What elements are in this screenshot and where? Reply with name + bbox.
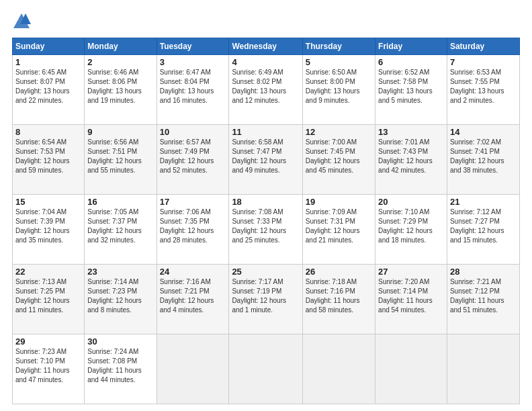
calendar-row: 15Sunrise: 7:04 AM Sunset: 7:39 PM Dayli… xyxy=(13,195,520,265)
day-info: Sunrise: 6:45 AM Sunset: 8:07 PM Dayligh… xyxy=(15,68,81,105)
header xyxy=(12,12,520,31)
calendar-cell: 9Sunrise: 6:56 AM Sunset: 7:51 PM Daylig… xyxy=(85,125,157,195)
calendar-cell: 17Sunrise: 7:06 AM Sunset: 7:35 PM Dayli… xyxy=(157,195,229,265)
calendar-cell: 11Sunrise: 6:58 AM Sunset: 7:47 PM Dayli… xyxy=(229,125,302,195)
calendar-cell: 16Sunrise: 7:05 AM Sunset: 7:37 PM Dayli… xyxy=(85,195,157,265)
day-number: 8 xyxy=(15,127,81,137)
calendar-cell: 27Sunrise: 7:20 AM Sunset: 7:14 PM Dayli… xyxy=(375,265,447,334)
calendar-cell: 15Sunrise: 7:04 AM Sunset: 7:39 PM Dayli… xyxy=(13,195,85,265)
day-number: 25 xyxy=(232,267,299,277)
calendar-cell: 13Sunrise: 7:01 AM Sunset: 7:43 PM Dayli… xyxy=(375,125,447,195)
calendar-header: SundayMondayTuesdayWednesdayThursdayFrid… xyxy=(13,38,520,55)
calendar-cell: 5Sunrise: 6:50 AM Sunset: 8:00 PM Daylig… xyxy=(302,55,375,125)
calendar-cell: 7Sunrise: 6:53 AM Sunset: 7:55 PM Daylig… xyxy=(447,55,519,125)
day-number: 24 xyxy=(160,267,226,277)
calendar-row: 1Sunrise: 6:45 AM Sunset: 8:07 PM Daylig… xyxy=(13,55,520,125)
calendar-cell: 29Sunrise: 7:23 AM Sunset: 7:10 PM Dayli… xyxy=(13,334,85,404)
calendar-cell xyxy=(157,334,229,404)
day-info: Sunrise: 7:10 AM Sunset: 7:29 PM Dayligh… xyxy=(378,208,444,245)
logo-icon xyxy=(12,12,31,31)
calendar-cell: 18Sunrise: 7:08 AM Sunset: 7:33 PM Dayli… xyxy=(229,195,302,265)
day-number: 17 xyxy=(160,197,226,207)
day-number: 3 xyxy=(160,57,226,67)
header-cell-tuesday: Tuesday xyxy=(157,38,229,55)
calendar-cell xyxy=(229,334,302,404)
calendar-cell: 14Sunrise: 7:02 AM Sunset: 7:41 PM Dayli… xyxy=(447,125,519,195)
day-number: 11 xyxy=(232,127,299,137)
calendar-cell xyxy=(302,334,375,404)
calendar-cell: 12Sunrise: 7:00 AM Sunset: 7:45 PM Dayli… xyxy=(302,125,375,195)
calendar-cell: 23Sunrise: 7:14 AM Sunset: 7:23 PM Dayli… xyxy=(85,265,157,334)
day-info: Sunrise: 6:47 AM Sunset: 8:04 PM Dayligh… xyxy=(160,68,226,105)
header-row: SundayMondayTuesdayWednesdayThursdayFrid… xyxy=(13,38,520,55)
day-info: Sunrise: 7:06 AM Sunset: 7:35 PM Dayligh… xyxy=(160,208,226,245)
calendar-cell: 22Sunrise: 7:13 AM Sunset: 7:25 PM Dayli… xyxy=(13,265,85,334)
day-info: Sunrise: 7:05 AM Sunset: 7:37 PM Dayligh… xyxy=(87,208,153,245)
calendar-row: 8Sunrise: 6:54 AM Sunset: 7:53 PM Daylig… xyxy=(13,125,520,195)
day-info: Sunrise: 7:24 AM Sunset: 7:08 PM Dayligh… xyxy=(87,347,153,385)
day-info: Sunrise: 7:16 AM Sunset: 7:21 PM Dayligh… xyxy=(160,277,226,315)
day-number: 10 xyxy=(160,127,226,137)
calendar-cell: 19Sunrise: 7:09 AM Sunset: 7:31 PM Dayli… xyxy=(302,195,375,265)
day-number: 5 xyxy=(306,57,372,67)
day-number: 12 xyxy=(306,127,372,137)
day-info: Sunrise: 7:08 AM Sunset: 7:33 PM Dayligh… xyxy=(232,208,299,245)
day-info: Sunrise: 7:02 AM Sunset: 7:41 PM Dayligh… xyxy=(450,138,517,175)
day-info: Sunrise: 6:53 AM Sunset: 7:55 PM Dayligh… xyxy=(450,68,517,105)
day-info: Sunrise: 6:58 AM Sunset: 7:47 PM Dayligh… xyxy=(232,138,299,175)
day-number: 22 xyxy=(15,267,81,277)
day-info: Sunrise: 6:57 AM Sunset: 7:49 PM Dayligh… xyxy=(160,138,226,175)
day-number: 26 xyxy=(306,267,372,277)
calendar-cell: 25Sunrise: 7:17 AM Sunset: 7:19 PM Dayli… xyxy=(229,265,302,334)
day-info: Sunrise: 7:00 AM Sunset: 7:45 PM Dayligh… xyxy=(306,138,372,175)
header-cell-friday: Friday xyxy=(375,38,447,55)
calendar-cell: 6Sunrise: 6:52 AM Sunset: 7:58 PM Daylig… xyxy=(375,55,447,125)
day-number: 23 xyxy=(87,267,153,277)
day-info: Sunrise: 7:21 AM Sunset: 7:12 PM Dayligh… xyxy=(450,277,517,315)
calendar-cell xyxy=(375,334,447,404)
calendar-cell: 21Sunrise: 7:12 AM Sunset: 7:27 PM Dayli… xyxy=(447,195,519,265)
calendar-cell: 2Sunrise: 6:46 AM Sunset: 8:06 PM Daylig… xyxy=(85,55,157,125)
day-number: 1 xyxy=(15,57,81,67)
day-info: Sunrise: 7:20 AM Sunset: 7:14 PM Dayligh… xyxy=(378,277,444,315)
header-cell-thursday: Thursday xyxy=(302,38,375,55)
day-number: 28 xyxy=(450,267,517,277)
day-number: 21 xyxy=(450,197,517,207)
day-number: 16 xyxy=(87,197,153,207)
header-cell-saturday: Saturday xyxy=(447,38,519,55)
day-number: 20 xyxy=(378,197,444,207)
day-info: Sunrise: 6:54 AM Sunset: 7:53 PM Dayligh… xyxy=(15,138,81,175)
day-info: Sunrise: 6:56 AM Sunset: 7:51 PM Dayligh… xyxy=(87,138,153,175)
day-info: Sunrise: 7:04 AM Sunset: 7:39 PM Dayligh… xyxy=(15,208,81,245)
day-number: 14 xyxy=(450,127,517,137)
day-number: 18 xyxy=(232,197,299,207)
day-info: Sunrise: 7:23 AM Sunset: 7:10 PM Dayligh… xyxy=(15,347,81,385)
day-number: 6 xyxy=(378,57,444,67)
day-number: 7 xyxy=(450,57,517,67)
header-cell-monday: Monday xyxy=(85,38,157,55)
day-info: Sunrise: 7:18 AM Sunset: 7:16 PM Dayligh… xyxy=(306,277,372,315)
calendar-table: SundayMondayTuesdayWednesdayThursdayFrid… xyxy=(12,38,520,404)
day-number: 15 xyxy=(15,197,81,207)
day-number: 2 xyxy=(87,57,153,67)
header-cell-sunday: Sunday xyxy=(13,38,85,55)
calendar-cell: 1Sunrise: 6:45 AM Sunset: 8:07 PM Daylig… xyxy=(13,55,85,125)
day-info: Sunrise: 7:17 AM Sunset: 7:19 PM Dayligh… xyxy=(232,277,299,315)
day-info: Sunrise: 6:50 AM Sunset: 8:00 PM Dayligh… xyxy=(306,68,372,105)
day-info: Sunrise: 7:12 AM Sunset: 7:27 PM Dayligh… xyxy=(450,208,517,245)
day-number: 19 xyxy=(306,197,372,207)
calendar-cell: 26Sunrise: 7:18 AM Sunset: 7:16 PM Dayli… xyxy=(302,265,375,334)
day-number: 30 xyxy=(87,336,153,347)
day-info: Sunrise: 7:01 AM Sunset: 7:43 PM Dayligh… xyxy=(378,138,444,175)
page: SundayMondayTuesdayWednesdayThursdayFrid… xyxy=(0,0,532,411)
calendar-row: 22Sunrise: 7:13 AM Sunset: 7:25 PM Dayli… xyxy=(13,265,520,334)
calendar-cell xyxy=(447,334,519,404)
day-number: 29 xyxy=(15,336,81,347)
calendar-cell: 30Sunrise: 7:24 AM Sunset: 7:08 PM Dayli… xyxy=(85,334,157,404)
calendar-cell: 8Sunrise: 6:54 AM Sunset: 7:53 PM Daylig… xyxy=(13,125,85,195)
day-number: 13 xyxy=(378,127,444,137)
day-number: 27 xyxy=(378,267,444,277)
calendar-cell: 4Sunrise: 6:49 AM Sunset: 8:02 PM Daylig… xyxy=(229,55,302,125)
day-info: Sunrise: 6:49 AM Sunset: 8:02 PM Dayligh… xyxy=(232,68,299,105)
day-number: 9 xyxy=(87,127,153,137)
